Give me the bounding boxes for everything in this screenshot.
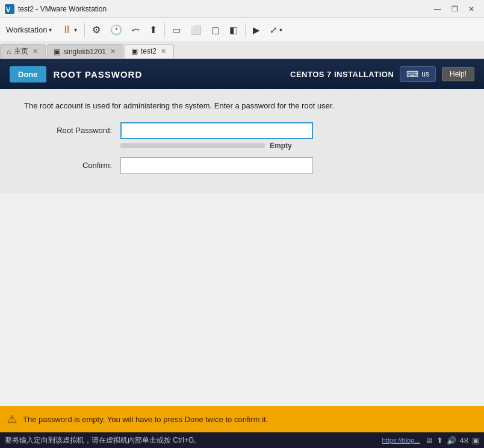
view-unity-button[interactable]: ▢: [208, 20, 223, 40]
keyboard-layout-button[interactable]: ⌨ us: [400, 66, 436, 82]
toolbar-separator-1: [84, 23, 85, 37]
timer-icon: 48: [460, 436, 468, 445]
root-password-label: Root Password:: [24, 122, 120, 135]
tab-home-label: 主页: [14, 46, 28, 57]
view-unity-icon: ▢: [211, 25, 220, 36]
vm-settings-button[interactable]: ⚙: [88, 20, 104, 40]
revert-button[interactable]: ⤺: [128, 20, 143, 40]
status-bar-right: https://blog... 🖥 ⬆ 🔊 48 ▣: [382, 436, 479, 445]
status-bar: 要将输入定向到该虚拟机，请在虚拟机内部单击或按 Ctrl+G。 https://…: [0, 432, 484, 448]
upload-icon: ⬆: [436, 436, 443, 445]
confirm-row: Confirm:: [24, 157, 460, 174]
tab-test2[interactable]: ▣ test2 ✕: [125, 44, 174, 58]
installation-title: CENTOS 7 INSTALLATION: [290, 70, 394, 79]
confirm-input[interactable]: [120, 157, 313, 174]
restore-button[interactable]: ❐: [447, 3, 462, 15]
view-fullscreen-button[interactable]: ⬜: [187, 20, 205, 40]
view-fullscreen-icon: ⬜: [190, 25, 202, 36]
stretch-button[interactable]: ⤢ ▾: [266, 20, 286, 40]
section-header: Done ROOT PASSWORD CENTOS 7 INSTALLATION…: [0, 59, 484, 89]
workstation-menu[interactable]: Workstation ▾: [2, 20, 55, 40]
pause-chevron-icon: ▾: [74, 26, 77, 33]
workstation-label: Workstation: [6, 25, 47, 34]
toolbar-separator-2: [164, 23, 165, 37]
view-auto-icon: ◧: [229, 25, 238, 36]
display-icon: ▣: [472, 436, 479, 445]
tab-singlekb1201-label: singlekb1201: [63, 48, 106, 56]
root-password-input[interactable]: [120, 122, 313, 139]
vmware-icon: V: [5, 4, 14, 14]
vm-icon-singlekb1201: ▣: [54, 48, 60, 56]
tab-singlekb1201-close-button[interactable]: ✕: [109, 48, 117, 55]
svg-text:V: V: [6, 6, 11, 13]
tab-test2-label: test2: [141, 47, 157, 55]
root-password-row: Root Password: Empty: [24, 122, 460, 150]
section-title: ROOT PASSWORD: [54, 69, 143, 79]
strength-bar: [120, 143, 265, 148]
snapshot-button[interactable]: 🕐: [107, 20, 126, 40]
status-link[interactable]: https://blog...: [382, 437, 420, 444]
revert-icon: ⤺: [132, 24, 140, 36]
toolbar-separator-3: [245, 23, 246, 37]
pause-button[interactable]: ⏸ ▾: [58, 20, 81, 40]
stretch-chevron-icon: ▾: [279, 26, 282, 33]
tab-test2-close-button[interactable]: ✕: [160, 48, 167, 55]
minimize-button[interactable]: —: [430, 3, 445, 15]
title-bar: V test2 - VMware Workstation — ❐ ✕: [0, 0, 484, 18]
view-auto-button[interactable]: ◧: [226, 20, 241, 40]
status-message: 要将输入定向到该虚拟机，请在虚拟机内部单击或按 Ctrl+G。: [5, 435, 201, 446]
toolbar: Workstation ▾ ⏸ ▾ ⚙ 🕐 ⤺ ⬆ ▭ ⬜ ▢ ◧ ▶ ⤢ ▾: [0, 18, 484, 42]
workstation-chevron-icon: ▾: [49, 26, 52, 33]
help-button[interactable]: Help!: [442, 67, 474, 81]
confirm-field-wrap: [120, 157, 313, 174]
sound-icon: 🔊: [447, 436, 456, 445]
snapshot-icon: 🕐: [110, 24, 122, 36]
section-header-right: CENTOS 7 INSTALLATION ⌨ us Help!: [290, 66, 474, 82]
settings-icon: ⚙: [92, 24, 101, 36]
tab-bar: ⌂ 主页 ✕ ▣ singlekb1201 ✕ ▣ test2 ✕: [0, 42, 484, 59]
vm-icon-test2: ▣: [131, 47, 138, 55]
pause-icon: ⏸: [61, 23, 72, 36]
strength-label: Empty: [270, 142, 292, 150]
tab-home-close-button[interactable]: ✕: [31, 48, 39, 55]
network-icon: 🖥: [425, 436, 433, 445]
keyboard-layout-label: us: [421, 70, 429, 78]
console-button[interactable]: ▶: [249, 20, 264, 40]
form-area: The root account is used for administeri…: [0, 89, 484, 193]
warning-text: The password is empty. You will have to …: [23, 415, 268, 424]
strength-row: Empty: [120, 142, 313, 150]
usb-icon: ⬆: [149, 24, 157, 36]
tab-home[interactable]: ⌂ 主页 ✕: [0, 44, 46, 58]
view-normal-button[interactable]: ▭: [169, 20, 184, 40]
warning-bar: ⚠ The password is empty. You will have t…: [0, 406, 484, 432]
status-icons: 🖥 ⬆ 🔊 48 ▣: [425, 436, 479, 445]
view-normal-icon: ▭: [172, 25, 181, 36]
section-header-left: Done ROOT PASSWORD: [10, 66, 142, 82]
title-bar-left: V test2 - VMware Workstation: [5, 4, 107, 14]
form-description: The root account is used for administeri…: [24, 101, 460, 110]
home-icon: ⌂: [7, 48, 11, 56]
usb-button[interactable]: ⬆: [146, 20, 161, 40]
tab-singlekb1201[interactable]: ▣ singlekb1201 ✕: [47, 44, 123, 58]
close-button[interactable]: ✕: [464, 3, 479, 15]
warning-icon: ⚠: [7, 412, 17, 426]
root-password-field-wrap: Empty: [120, 122, 313, 150]
console-icon: ▶: [253, 25, 260, 36]
window-title: test2 - VMware Workstation: [18, 5, 107, 13]
window-controls: — ❐ ✕: [430, 3, 479, 15]
stretch-icon: ⤢: [270, 25, 278, 36]
confirm-label: Confirm:: [24, 157, 120, 170]
keyboard-icon: ⌨: [406, 69, 418, 79]
done-button[interactable]: Done: [10, 66, 46, 82]
